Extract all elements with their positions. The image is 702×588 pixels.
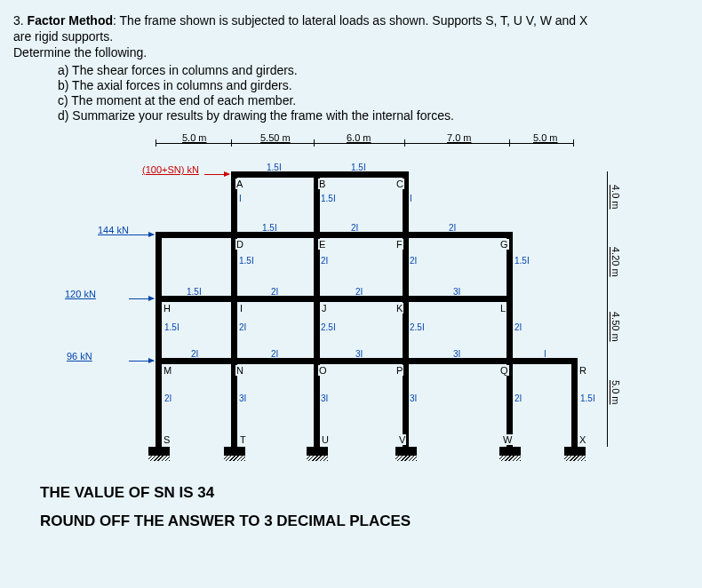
- node-G: G: [499, 239, 509, 250]
- problem-desc: : The frame shown is subjected to latera…: [113, 13, 587, 28]
- dim-h3: 4.50 m: [610, 312, 621, 342]
- col-val: I: [410, 194, 412, 203]
- node-P: P: [395, 365, 403, 376]
- girder-level3: [156, 296, 511, 302]
- col-1: [156, 232, 162, 447]
- dim-d1: 5.0 m: [182, 132, 207, 143]
- node-K: K: [395, 303, 403, 314]
- support-T: [224, 447, 245, 456]
- sub-items-list: a) The shear forces in columns and girde…: [58, 63, 689, 123]
- girder-val: 3I: [355, 349, 363, 359]
- girder-val: 2I: [191, 349, 198, 359]
- col-val: 1.5I: [580, 393, 595, 403]
- col-val: 1.5I: [321, 194, 336, 203]
- node-S: S: [163, 434, 171, 445]
- load-2: 144 kN: [98, 225, 129, 235]
- girder-val: 1.5I: [267, 163, 282, 172]
- node-X: X: [578, 434, 586, 445]
- load-1: (100+SN) kN: [142, 164, 199, 175]
- girder-level2: [156, 232, 511, 238]
- col-val: 1.5I: [164, 322, 179, 332]
- dim-h4: 5.0 m: [610, 380, 621, 405]
- footer-line1: THE VALUE OF SN IS 34: [40, 484, 689, 502]
- node-O: O: [318, 365, 328, 376]
- girder-val: 2I: [271, 349, 278, 359]
- girder-level4: [156, 358, 578, 364]
- footer-line2: ROUND OFF THE ANSWER TO 3 DECIMAL PLACES: [40, 513, 689, 530]
- support-X: [564, 447, 586, 456]
- node-E: E: [318, 239, 326, 250]
- load-arrow-2: [129, 234, 154, 235]
- girder-val: 2I: [355, 287, 363, 297]
- dim-d2: 5.50 m: [260, 132, 291, 143]
- col-val: 2.5I: [410, 322, 425, 332]
- col-val: 2I: [164, 393, 172, 403]
- col-6: [571, 358, 578, 447]
- dim-d5: 5.0 m: [533, 132, 558, 143]
- girder-val: 2I: [449, 223, 456, 233]
- girder-val: 1.5I: [262, 223, 277, 233]
- col-val: 3I: [410, 393, 417, 403]
- dim-h1: 4.0 m: [610, 185, 621, 210]
- dim-d3: 6.0 m: [347, 132, 371, 143]
- col-val: 2I: [515, 322, 522, 332]
- col-val: 2I: [515, 393, 522, 403]
- girder-val: I: [544, 349, 546, 359]
- node-F: F: [395, 239, 403, 250]
- col-val: 1.5I: [239, 256, 254, 266]
- load-3: 120 kN: [65, 289, 96, 299]
- node-B: B: [318, 179, 326, 189]
- load-4: 96 kN: [67, 351, 92, 362]
- node-I: I: [239, 303, 243, 314]
- col-3: [314, 171, 320, 447]
- node-V: V: [398, 434, 406, 445]
- problem-number: 3.: [13, 13, 24, 28]
- girder-val: 3I: [453, 349, 460, 359]
- dim-h2: 4.20 m: [610, 247, 621, 277]
- problem-heading: 3. Factor Method: The frame shown is sub…: [13, 13, 689, 28]
- col-val: I: [239, 194, 242, 203]
- node-T: T: [239, 434, 247, 445]
- item-d: d) Summarize your results by drawing the…: [58, 108, 689, 123]
- girder-val: 2I: [271, 287, 278, 297]
- col-2: [231, 171, 237, 447]
- col-val: 2I: [410, 256, 417, 266]
- support-U: [307, 447, 328, 456]
- girder-level1: [231, 171, 409, 178]
- load-arrow-1: [204, 174, 229, 175]
- node-N: N: [235, 365, 244, 376]
- node-J: J: [321, 303, 328, 314]
- item-a: a) The shear forces in columns and girde…: [58, 63, 689, 77]
- girder-val: 2I: [351, 223, 358, 233]
- problem-line2: are rigid supports.: [13, 29, 689, 44]
- node-R: R: [578, 365, 587, 376]
- item-c: c) The moment at the end of each member.: [58, 93, 689, 107]
- col-val: 2I: [321, 256, 328, 266]
- node-W: W: [502, 434, 513, 445]
- node-U: U: [321, 434, 330, 445]
- girder-val: 1.5I: [187, 287, 202, 297]
- col-val: 2.5I: [321, 322, 336, 332]
- item-b: b) The axial forces in columns and girde…: [58, 78, 689, 92]
- node-Q: Q: [499, 365, 509, 376]
- dim-line-top: [156, 143, 573, 144]
- support-S: [148, 447, 170, 456]
- girder-val: 1.5I: [351, 163, 366, 172]
- col-val: 2I: [239, 322, 246, 332]
- node-D: D: [235, 239, 244, 250]
- node-A: A: [235, 179, 243, 189]
- node-H: H: [163, 303, 172, 314]
- load-arrow-4: [129, 361, 154, 362]
- load-arrow-3: [129, 298, 154, 299]
- node-L: L: [499, 303, 507, 314]
- method-name: Factor Method: [28, 13, 113, 28]
- col-5: [507, 232, 513, 447]
- node-M: M: [163, 365, 172, 376]
- dim-d4: 7.0 m: [447, 132, 472, 143]
- node-C: C: [395, 179, 404, 189]
- support-V: [395, 447, 417, 456]
- dim-line-right: [607, 171, 608, 447]
- problem-line3: Determine the following.: [13, 45, 689, 60]
- col-val: 1.5I: [515, 256, 530, 266]
- col-val: 3I: [321, 393, 328, 403]
